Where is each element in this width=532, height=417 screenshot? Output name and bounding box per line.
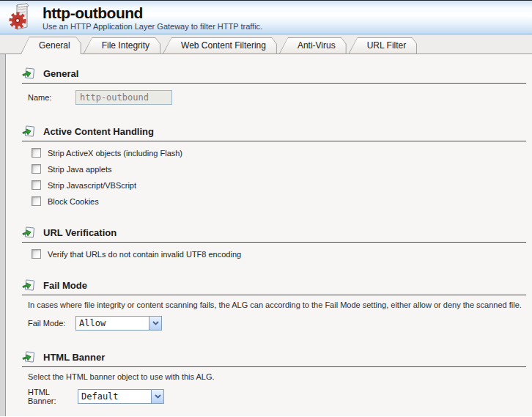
section-active-content-handling: Active Content Handling Strip ActiveX ob…: [22, 122, 526, 206]
tab-bar: General File Integrity Web Content Filte…: [0, 34, 532, 54]
section-html-banner-title: HTML Banner: [43, 352, 105, 363]
tab-url-filter[interactable]: URL Filter: [349, 37, 418, 53]
fail-mode-label: Fail Mode:: [28, 319, 75, 328]
section-arrow-page-icon: [22, 351, 35, 363]
alg-settings-page: http-outbound Use an HTTP Application La…: [0, 0, 532, 417]
checkbox-row: Strip Javascript/VBScript: [28, 180, 526, 190]
section-arrow-page-icon: [22, 279, 35, 291]
left-frame-edge: [0, 54, 6, 416]
chevron-down-icon: [151, 390, 163, 403]
section-url-verification-title: URL Verification: [43, 227, 117, 238]
html-banner-label: HTML Banner:: [28, 388, 78, 405]
block-cookies-checkbox[interactable]: [32, 196, 41, 206]
server-gear-icon: [7, 3, 37, 32]
checkbox-row: Verify that URLs do not contain invalid …: [28, 249, 526, 259]
section-arrow-page-icon: [22, 226, 35, 238]
checkbox-row: Strip ActiveX objects (including Flash): [28, 148, 526, 158]
chevron-down-icon: [149, 317, 161, 330]
tab-file-integrity[interactable]: File Integrity: [84, 37, 160, 53]
section-arrow-page-icon: [22, 67, 35, 79]
tab-file-integrity-label: File Integrity: [84, 37, 160, 51]
block-cookies-label: Block Cookies: [48, 197, 99, 206]
section-general-title: General: [43, 68, 78, 79]
checkbox-row: Strip Java applets: [28, 164, 526, 174]
section-ach-title: Active Content Handling: [43, 126, 154, 137]
section-general: General Name:: [22, 64, 526, 105]
verify-utf8-label: Verify that URLs do not contain invalid …: [48, 250, 241, 259]
name-field-label: Name:: [28, 93, 75, 102]
tab-web-content-filtering-label: Web Content Filtering: [163, 37, 277, 51]
page-title: http-outbound: [43, 5, 262, 21]
tab-anti-virus-label: Anti-Virus: [279, 37, 347, 51]
section-fail-mode-title: Fail Mode: [43, 280, 87, 291]
strip-javascript-checkbox[interactable]: [32, 180, 41, 190]
strip-activex-checkbox[interactable]: [32, 148, 41, 158]
strip-activex-label: Strip ActiveX objects (including Flash): [48, 149, 182, 158]
html-banner-select[interactable]: Default: [78, 389, 164, 404]
tab-anti-virus[interactable]: Anti-Virus: [279, 37, 347, 53]
tab-general[interactable]: General: [21, 37, 81, 54]
tab-web-content-filtering[interactable]: Web Content Filtering: [163, 37, 277, 53]
tab-general-label: General: [21, 37, 81, 51]
strip-javascript-label: Strip Javascript/VBScript: [48, 181, 136, 190]
html-banner-description: Select the HTML banner object to use wit…: [28, 372, 526, 381]
verify-utf8-checkbox[interactable]: [32, 249, 41, 259]
section-url-verification: URL Verification Verify that URLs do not…: [22, 224, 526, 259]
section-arrow-page-icon: [22, 125, 35, 137]
name-input[interactable]: [75, 90, 172, 105]
tab-url-filter-label: URL Filter: [349, 37, 418, 51]
fail-mode-select[interactable]: Allow: [75, 316, 162, 331]
strip-java-checkbox[interactable]: [32, 164, 41, 174]
checkbox-row: Block Cookies: [28, 196, 526, 206]
fail-mode-selected-value: Allow: [76, 317, 149, 330]
page-subtitle: Use an HTTP Application Layer Gateway to…: [43, 22, 262, 31]
page-header: http-outbound Use an HTTP Application La…: [0, 1, 532, 34]
section-fail-mode: Fail Mode In cases where file integrity …: [22, 276, 526, 331]
strip-java-label: Strip Java applets: [48, 165, 111, 174]
section-html-banner: HTML Banner Select the HTML banner objec…: [22, 348, 526, 405]
fail-mode-description: In cases where file integrity or content…: [28, 300, 526, 309]
html-banner-selected-value: Default: [78, 390, 151, 403]
tab-content-general: General Name:: [6, 54, 532, 416]
